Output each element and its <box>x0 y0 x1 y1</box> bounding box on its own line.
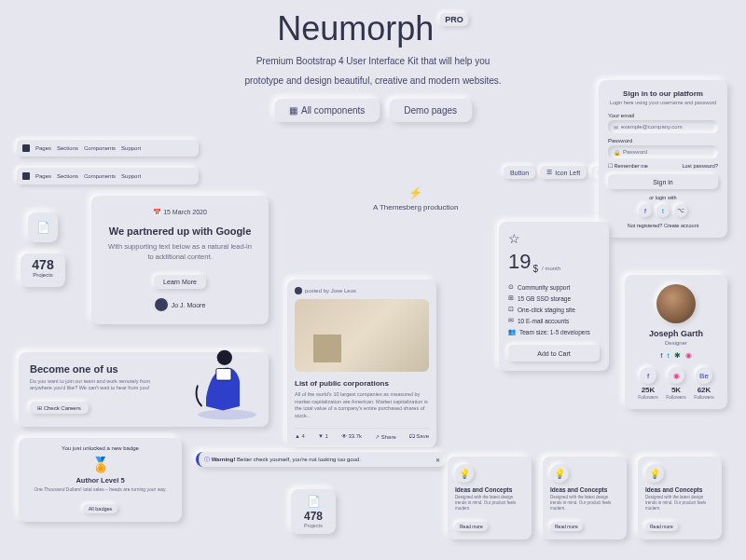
article-author: Jo J. Moore <box>104 298 256 311</box>
read-more-button[interactable]: Read more <box>455 522 488 531</box>
check-careers-button[interactable]: ⊞ Check Careers <box>30 402 89 414</box>
close-icon[interactable]: ✕ <box>435 457 440 463</box>
password-field[interactable]: 🔒 Password <box>608 145 718 158</box>
nav-pages[interactable]: Pages <box>35 145 51 151</box>
become-body: Do you want to join our team and work re… <box>30 378 173 391</box>
facebook-icon[interactable]: f <box>639 204 652 217</box>
svg-point-0 <box>198 410 256 420</box>
card-image <box>295 299 429 372</box>
create-account-link[interactable]: Not registered? Create account <box>608 223 718 228</box>
logo-icon <box>22 172 30 180</box>
nav-components[interactable]: Components <box>84 173 116 179</box>
badge-unlock-card: You just unlocked a new badge 🏅 Author L… <box>19 438 182 522</box>
themesberg-icon: ⚡ <box>373 186 458 199</box>
page-title: Neumorph PRO <box>277 9 469 48</box>
signin-title: Sign in to our platform <box>608 89 718 98</box>
email-field[interactable]: ✉ example@company.com <box>608 120 718 133</box>
article-date: 📅 15 March 2020 <box>104 209 256 216</box>
nav-support[interactable]: Support <box>121 145 141 151</box>
add-to-cart-button[interactable]: Add to Cart <box>508 345 600 362</box>
themesberg-credit: ⚡ A Themesberg production <box>373 186 458 212</box>
facebook-icon: f <box>640 367 656 384</box>
idea-body: Designed with the latest design trends i… <box>550 495 619 512</box>
idea-title: Ideas and Concepts <box>645 486 714 493</box>
nav-support[interactable]: Support <box>121 173 141 179</box>
feature-support: ⊙ Community support <box>508 283 600 291</box>
avatar <box>155 298 168 311</box>
avatar <box>656 284 696 323</box>
password-label: Password <box>608 138 718 143</box>
button-default[interactable]: Button <box>504 166 535 179</box>
price: 19$ / month <box>508 250 600 274</box>
signin-button[interactable]: Sign in <box>608 174 718 189</box>
read-more-button[interactable]: Read more <box>645 522 678 531</box>
info-icon: ⓘ <box>204 457 210 462</box>
corps-body: All of the world's 10 largest companies … <box>295 391 429 420</box>
stat-facebook: f 25KFollowers <box>638 367 657 400</box>
posted-by: posted by Jose Leos <box>295 287 429 294</box>
article-body: With supporting text below as a natural … <box>104 242 256 262</box>
subtitle-1: Premium Bootstrap 4 User Interface Kit t… <box>244 54 501 68</box>
views-count: 👁 33.7k <box>341 433 362 440</box>
save-button[interactable]: 🕮 Save <box>409 433 429 440</box>
all-components-button[interactable]: ▦ All components <box>274 99 380 122</box>
feature-email: ✉ 10 E-mail accounts <box>508 317 600 324</box>
medal-icon: 🏅 <box>26 456 174 473</box>
idea-card-3: 💡 Ideas and Concepts Designed with the l… <box>638 457 722 540</box>
idea-body: Designed with the latest design trends i… <box>645 495 714 512</box>
signin-subtitle: Login here using your username and passw… <box>608 100 718 105</box>
title-text: Neumorph <box>277 9 434 48</box>
stat-label: Projects <box>21 272 65 278</box>
feature-staging: ⊡ One-click staging site <box>508 306 600 313</box>
lightbulb-icon: 💡 <box>645 464 664 483</box>
file-icon: 📄 <box>291 495 336 508</box>
dribbble-icon: ◉ <box>668 367 684 384</box>
nav-sections[interactable]: Sections <box>57 145 78 151</box>
become-card: Become one of us Do you want to join our… <box>19 352 269 427</box>
idea-title: Ideas and Concepts <box>455 486 524 493</box>
demo-pages-button[interactable]: Demo pages <box>389 99 472 122</box>
projects-stat-2: 📄 478 Projects <box>291 489 336 534</box>
dribbble-icon[interactable]: ◉ <box>685 351 692 360</box>
stat-dribbble: ◉ 5KFollowers <box>666 367 685 400</box>
logo-icon <box>22 144 30 152</box>
all-badges-button[interactable]: All badges <box>83 504 118 513</box>
downvote-button[interactable]: ▼ 1 <box>318 433 328 440</box>
badge-level: Author Level 5 <box>26 476 174 485</box>
svg-point-1 <box>217 350 232 365</box>
badge-header: You just unlocked a new badge <box>26 445 174 451</box>
read-more-button[interactable]: Read more <box>550 522 583 531</box>
become-title: Become one of us <box>30 363 173 375</box>
github-icon[interactable]: ⌥ <box>674 204 687 217</box>
file-icon: 📄 <box>28 212 58 242</box>
lost-password-link[interactable]: Lost password? <box>682 163 718 169</box>
upvote-button[interactable]: ▲ 4 <box>295 433 305 440</box>
button-icon-left[interactable]: ☰ Icon Left <box>540 166 587 179</box>
twitter-icon[interactable]: t <box>656 204 670 217</box>
lightbulb-icon: 💡 <box>455 464 474 483</box>
stat-label: Projects <box>291 523 336 528</box>
slack-icon[interactable]: ✱ <box>674 351 681 360</box>
nav-components[interactable]: Components <box>84 145 116 151</box>
warning-alert: ⓘ Warning! Better check yourself, you're… <box>196 452 446 467</box>
facebook-icon[interactable]: f <box>660 351 662 360</box>
idea-title: Ideas and Concepts <box>550 486 619 493</box>
idea-body: Designed with the latest design trends i… <box>455 495 524 512</box>
stat-number: 478 <box>291 510 336 523</box>
lightbulb-icon: 💡 <box>550 464 569 483</box>
remember-checkbox[interactable]: ☐ Remember me <box>608 163 648 169</box>
learn-more-button[interactable]: Learn More <box>154 275 206 289</box>
or-login-with: or login with <box>608 195 718 200</box>
share-button[interactable]: ↗ Share <box>375 433 396 440</box>
svg-rect-2 <box>216 369 231 381</box>
article-title: We partnered up with Google <box>104 225 256 237</box>
twitter-icon[interactable]: t <box>668 351 670 360</box>
corporations-card: posted by Jose Leos List of public corpo… <box>287 280 436 447</box>
projects-stat: 478 Projects <box>21 253 65 287</box>
idea-card-2: 💡 Ideas and Concepts Designed with the l… <box>543 457 627 540</box>
nav-pages[interactable]: Pages <box>35 173 51 179</box>
star-icon: ☆ <box>508 231 600 246</box>
idea-card-1: 💡 Ideas and Concepts Designed with the l… <box>448 457 532 540</box>
nav-sections[interactable]: Sections <box>57 173 78 179</box>
navbar-2: Pages Sections Components Support <box>17 168 199 184</box>
